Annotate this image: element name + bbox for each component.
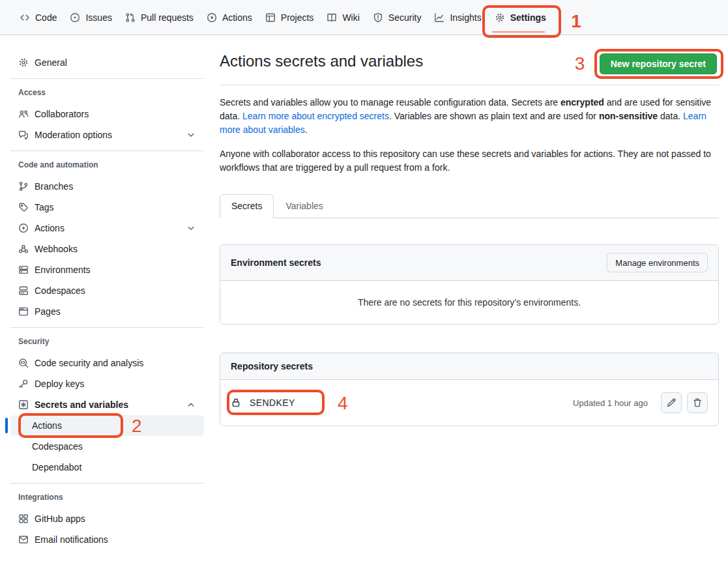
nav-tab-issues[interactable]: Issues (65, 8, 117, 27)
nav-tab-wiki[interactable]: Wiki (321, 8, 364, 27)
edit-secret-button[interactable] (661, 392, 682, 413)
server-icon (18, 265, 29, 275)
sidebar-item-code-security-and-analysis[interactable]: Code security and analysis (10, 353, 204, 373)
delete-secret-button[interactable] (687, 392, 708, 413)
sidebar-divider (10, 78, 204, 79)
sidebar-item-pages[interactable]: Pages (10, 301, 204, 322)
bold-text: non-sensitive (599, 111, 658, 121)
nav-tab-label: Code (35, 12, 57, 23)
issue-opened-icon (70, 12, 80, 23)
manage-environments-button[interactable]: Manage environments (607, 253, 708, 272)
mail-icon (18, 534, 29, 545)
sidebar-item-label: Tags (35, 202, 54, 212)
sidebar-item-label: Email notifications (35, 534, 108, 545)
tag-icon (18, 202, 29, 212)
active-tab-underline (492, 31, 545, 33)
sidebar-section-title: Security (10, 337, 204, 346)
intro-text: . Variables are shown as plain text and … (389, 111, 599, 121)
nav-tab-label: Insights (450, 12, 481, 23)
sidebar-item-collaborators[interactable]: Collaborators (10, 104, 204, 124)
sidebar-item-actions[interactable]: Actions (10, 218, 204, 239)
sidebar-section-title: Code and automation (10, 160, 204, 169)
gear-icon (495, 12, 505, 23)
chevron-up-icon (186, 399, 196, 410)
key-icon (18, 379, 29, 389)
nav-tab-label: Wiki (342, 12, 359, 23)
sidebar-item-label: Pages (35, 306, 61, 317)
repository-secrets-header: Repository secrets (220, 353, 718, 380)
nav-tab-pull-requests[interactable]: Pull requests (120, 8, 199, 27)
git-branch-icon (18, 181, 29, 192)
sidebar-item-label: Actions (35, 223, 65, 233)
sidebar-subitem-label: Dependabot (32, 462, 81, 472)
trash-icon (692, 398, 703, 408)
sidebar-subitem-label: Actions (32, 420, 62, 431)
sidebar-item-label: Codespaces (35, 285, 85, 296)
environment-secrets-title: Environment secrets (231, 257, 321, 268)
annotation-label-4: 4 (338, 394, 348, 413)
settings-main: Actions secrets and variables 3 New repo… (220, 35, 728, 426)
secret-name: SENDKEY (250, 398, 295, 408)
sidebar-subitem-codespaces[interactable]: Codespaces (10, 436, 204, 457)
annotation-label-3: 3 (575, 55, 585, 73)
sidebar-item-general[interactable]: General (10, 52, 204, 73)
secret-row-actions: Updated 1 hour ago (573, 392, 708, 413)
pencil-icon (666, 398, 677, 408)
nav-tab-projects[interactable]: Projects (260, 8, 319, 27)
sidebar-item-secrets-and-variables[interactable]: Secrets and variables (10, 394, 204, 415)
sidebar-item-moderation-options[interactable]: Moderation options (10, 124, 204, 145)
environment-secrets-empty-text: There are no secrets for this repository… (220, 281, 718, 324)
sidebar-item-codespaces[interactable]: Codespaces (10, 280, 204, 301)
nav-tab-insights[interactable]: Insights (429, 8, 486, 27)
secret-row: 4 SENDKEY Updated 1 hour ago (220, 380, 718, 426)
sidebar-item-label: GitHub apps (35, 514, 85, 524)
sidebar-divider (10, 483, 204, 484)
sidebar-item-label: Branches (35, 181, 73, 192)
sidebar-item-label: Webhooks (35, 244, 78, 254)
sidebar-divider (10, 151, 204, 151)
sidebar-item-deploy-keys[interactable]: Deploy keys (10, 373, 204, 394)
repository-secrets-title: Repository secrets (231, 361, 313, 371)
settings-sidebar: GeneralAccessCollaboratorsModeration opt… (0, 35, 220, 557)
secret-icon (18, 399, 29, 410)
intro-text: . (305, 124, 308, 135)
tab-secrets[interactable]: Secrets (220, 194, 274, 218)
repo-tab-nav: CodeIssuesPull requestsActionsProjectsWi… (0, 0, 728, 35)
nav-tab-actions[interactable]: Actions (201, 8, 257, 27)
sidebar-item-webhooks[interactable]: Webhooks (10, 239, 204, 259)
sidebar-item-github-apps[interactable]: GitHub apps (10, 508, 204, 529)
intro-text: Secrets and variables allow you to manag… (220, 97, 561, 108)
sidebar-item-label: Deploy keys (35, 379, 84, 389)
webhook-icon (18, 244, 29, 254)
nav-tab-label: Security (388, 12, 422, 23)
repository-secrets-box: Repository secrets 4 SENDKEY Updated 1 h… (220, 353, 719, 426)
intro-text: data. (658, 111, 683, 121)
sidebar-subitem-actions[interactable]: Actions2 (10, 415, 204, 436)
tab-variables[interactable]: Variables (274, 194, 334, 218)
learn-more-link[interactable]: Learn more about encrypted secrets (242, 111, 389, 121)
table-icon (265, 12, 276, 23)
sidebar-item-email-notifications[interactable]: Email notifications (10, 529, 204, 550)
gear-icon (18, 57, 29, 68)
nav-tab-security[interactable]: Security (368, 8, 427, 27)
sidebar-item-label: Moderation options (35, 130, 112, 140)
codescan-icon (18, 358, 29, 368)
sidebar-item-tags[interactable]: Tags (10, 197, 204, 218)
active-item-indicator (5, 418, 8, 433)
discussion-icon (18, 130, 29, 140)
secret-name-cell: 4 SENDKEY (231, 398, 295, 408)
sidebar-item-branches[interactable]: Branches (10, 176, 204, 197)
lock-icon (231, 398, 241, 408)
chevron-down-icon (186, 223, 196, 233)
new-repository-secret-button[interactable]: New repository secret (600, 53, 717, 74)
sidebar-item-label: Collaborators (35, 109, 89, 119)
sidebar-section-title: Integrations (10, 493, 204, 502)
sidebar-divider (10, 327, 204, 328)
secrets-variables-tabs: Secrets Variables (220, 194, 719, 218)
sidebar-item-environments[interactable]: Environments (10, 259, 204, 280)
sidebar-subitem-dependabot[interactable]: Dependabot (10, 457, 204, 478)
nav-tab-code[interactable]: Code (14, 8, 62, 27)
nav-tab-settings[interactable]: Settings1 (489, 8, 551, 27)
nav-tab-label: Issues (85, 12, 111, 23)
bold-text: encrypted (561, 97, 604, 108)
